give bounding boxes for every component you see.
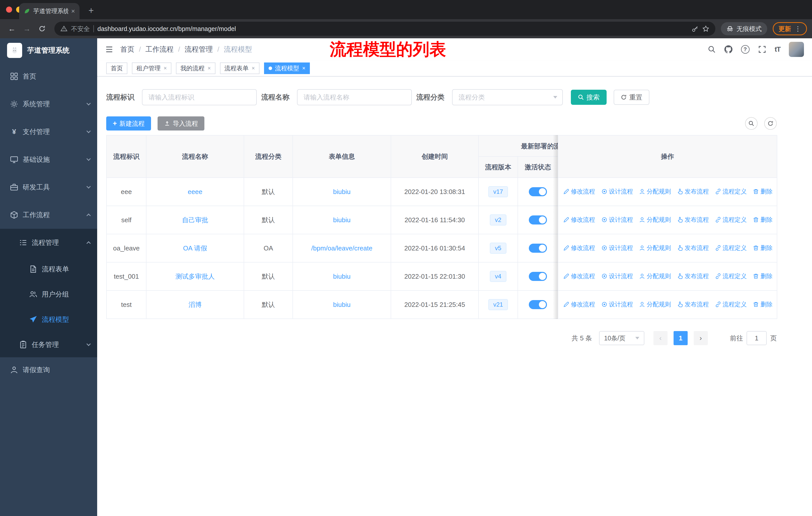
design-flow-link[interactable]: 设计流程 bbox=[601, 244, 633, 252]
form-link[interactable]: biubiu bbox=[333, 301, 350, 308]
status-toggle[interactable] bbox=[529, 300, 547, 309]
version-tag[interactable]: v4 bbox=[490, 271, 506, 282]
sidebar-item-system[interactable]: 系统管理 bbox=[0, 90, 97, 118]
sidebar-item-home[interactable]: 首页 bbox=[0, 62, 97, 90]
design-flow-link[interactable]: 设计流程 bbox=[601, 300, 633, 308]
tag-my-flows[interactable]: 我的流程 × bbox=[176, 62, 215, 74]
sidebar-item-payment[interactable]: ¥ 支付管理 bbox=[0, 118, 97, 146]
help-icon[interactable]: ? bbox=[741, 45, 750, 54]
design-flow-link[interactable]: 设计流程 bbox=[601, 216, 633, 224]
url-text[interactable]: dashboard.yudao.iocoder.cn/bpm/manager/m… bbox=[97, 25, 236, 32]
assign-rule-link[interactable]: 分配规则 bbox=[639, 187, 671, 195]
flow-name-input[interactable] bbox=[297, 89, 412, 105]
tag-flow-model-active[interactable]: 流程模型 × bbox=[264, 62, 310, 74]
tag-close-icon[interactable]: × bbox=[208, 65, 211, 72]
status-toggle[interactable] bbox=[529, 244, 547, 253]
password-key-icon[interactable] bbox=[692, 25, 699, 32]
breadcrumb-item[interactable]: 首页 bbox=[120, 45, 135, 54]
form-link[interactable]: /bpm/oa/leave/create bbox=[311, 244, 373, 252]
security-label[interactable]: 不安全 bbox=[71, 25, 90, 33]
status-toggle[interactable] bbox=[529, 272, 547, 281]
flow-name-link[interactable]: 滔博 bbox=[188, 301, 202, 308]
search-icon[interactable] bbox=[708, 45, 716, 53]
tag-flow-form[interactable]: 流程表单 × bbox=[220, 62, 260, 74]
modify-flow-link[interactable]: 修改流程 bbox=[563, 187, 595, 195]
delete-flow-link[interactable]: 删除 bbox=[753, 272, 773, 280]
sidebar-item-workflow[interactable]: 工作流程 bbox=[0, 201, 97, 229]
flow-id-input[interactable] bbox=[142, 89, 257, 105]
create-flow-button[interactable]: + 新建流程 bbox=[106, 116, 151, 131]
font-size-icon[interactable]: tT bbox=[775, 45, 780, 53]
prev-page-button[interactable]: ‹ bbox=[654, 331, 668, 345]
reset-button[interactable]: 重置 bbox=[614, 90, 649, 105]
browser-update-button[interactable]: 更新 ⋮ bbox=[773, 22, 807, 35]
menu-dots-icon[interactable]: ⋮ bbox=[794, 25, 801, 33]
github-icon[interactable] bbox=[724, 45, 732, 53]
publish-flow-link[interactable]: 发布流程 bbox=[677, 272, 709, 280]
toggle-search-button[interactable] bbox=[745, 117, 758, 130]
refresh-table-button[interactable] bbox=[764, 117, 777, 130]
delete-flow-link[interactable]: 删除 bbox=[753, 187, 773, 195]
form-link[interactable]: biubiu bbox=[333, 273, 350, 280]
flow-definition-link[interactable]: 流程定义 bbox=[715, 244, 747, 252]
window-close-button[interactable] bbox=[6, 6, 12, 12]
sidebar-item-process-form[interactable]: 流程表单 bbox=[0, 256, 97, 282]
tag-close-icon[interactable]: × bbox=[302, 65, 306, 72]
sidebar-item-user-group[interactable]: 用户分组 bbox=[0, 282, 97, 307]
sidebar-item-devtools[interactable]: 研发工具 bbox=[0, 173, 97, 201]
flow-definition-link[interactable]: 流程定义 bbox=[715, 300, 747, 308]
tag-home[interactable]: 首页 bbox=[106, 62, 127, 74]
flow-name-link[interactable]: 自己审批 bbox=[182, 216, 208, 224]
assign-rule-link[interactable]: 分配规则 bbox=[639, 216, 671, 224]
fullscreen-icon[interactable] bbox=[758, 45, 766, 53]
delete-flow-link[interactable]: 删除 bbox=[753, 244, 773, 252]
flow-definition-link[interactable]: 流程定义 bbox=[715, 187, 747, 195]
publish-flow-link[interactable]: 发布流程 bbox=[677, 244, 709, 252]
flow-name-link[interactable]: OA 请假 bbox=[183, 244, 207, 252]
status-toggle[interactable] bbox=[529, 187, 547, 196]
version-tag[interactable]: v17 bbox=[488, 186, 508, 197]
bookmark-star-icon[interactable] bbox=[702, 25, 709, 32]
reload-button[interactable] bbox=[35, 22, 49, 35]
version-tag[interactable]: v5 bbox=[490, 243, 506, 254]
modify-flow-link[interactable]: 修改流程 bbox=[563, 244, 595, 252]
sidebar-item-infra[interactable]: 基础设施 bbox=[0, 146, 97, 173]
delete-flow-link[interactable]: 删除 bbox=[753, 300, 773, 308]
version-tag[interactable]: v2 bbox=[490, 214, 506, 225]
breadcrumb-item[interactable]: 工作流程 bbox=[145, 45, 174, 54]
publish-flow-link[interactable]: 发布流程 bbox=[677, 187, 709, 195]
flow-name-link[interactable]: 测试多审批人 bbox=[175, 273, 215, 280]
publish-flow-link[interactable]: 发布流程 bbox=[677, 216, 709, 224]
breadcrumb-item[interactable]: 流程管理 bbox=[185, 45, 213, 54]
browser-tab[interactable]: 芋道管理系统 × bbox=[19, 3, 80, 19]
modify-flow-link[interactable]: 修改流程 bbox=[563, 272, 595, 280]
flow-definition-link[interactable]: 流程定义 bbox=[715, 216, 747, 224]
forward-button[interactable]: → bbox=[20, 22, 34, 35]
tag-close-icon[interactable]: × bbox=[252, 65, 255, 72]
assign-rule-link[interactable]: 分配规则 bbox=[639, 272, 671, 280]
flow-definition-link[interactable]: 流程定义 bbox=[715, 272, 747, 280]
design-flow-link[interactable]: 设计流程 bbox=[601, 187, 633, 195]
tab-close-icon[interactable]: × bbox=[71, 7, 75, 15]
modify-flow-link[interactable]: 修改流程 bbox=[563, 216, 595, 224]
current-page[interactable]: 1 bbox=[673, 331, 688, 345]
design-flow-link[interactable]: 设计流程 bbox=[601, 272, 633, 280]
page-size-select[interactable]: 10条/页 bbox=[599, 331, 644, 345]
form-link[interactable]: biubiu bbox=[333, 216, 350, 224]
version-tag[interactable]: v21 bbox=[488, 299, 508, 310]
delete-flow-link[interactable]: 删除 bbox=[753, 216, 773, 224]
sidebar-item-task-mgmt[interactable]: 任务管理 bbox=[0, 332, 97, 357]
sidebar-item-leave-query[interactable]: 请假查询 bbox=[0, 357, 97, 382]
goto-page-input[interactable] bbox=[747, 331, 767, 345]
flow-name-link[interactable]: eeee bbox=[188, 188, 202, 195]
user-avatar[interactable] bbox=[789, 42, 804, 57]
address-bar[interactable]: 不安全 dashboard.yudao.iocoder.cn/bpm/manag… bbox=[54, 22, 715, 36]
tag-close-icon[interactable]: × bbox=[164, 65, 167, 72]
form-link[interactable]: biubiu bbox=[333, 188, 350, 195]
import-flow-button[interactable]: 导入流程 bbox=[157, 116, 204, 131]
assign-rule-link[interactable]: 分配规则 bbox=[639, 244, 671, 252]
publish-flow-link[interactable]: 发布流程 bbox=[677, 300, 709, 308]
hamburger-icon[interactable] bbox=[105, 45, 113, 53]
tag-tenant[interactable]: 租户管理 × bbox=[132, 62, 171, 74]
status-toggle[interactable] bbox=[529, 215, 547, 224]
